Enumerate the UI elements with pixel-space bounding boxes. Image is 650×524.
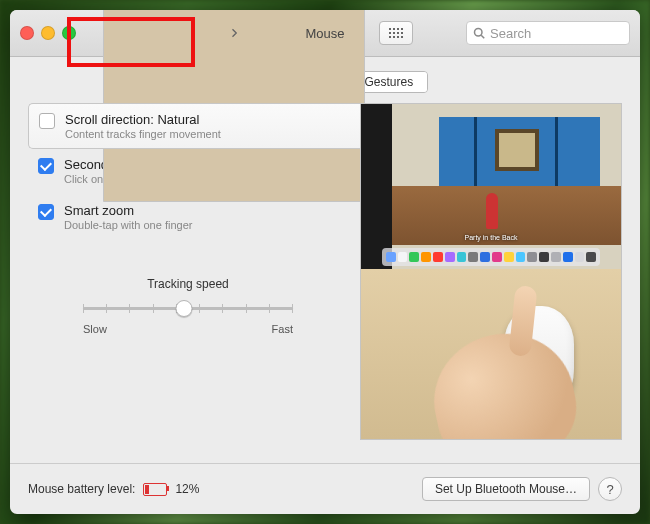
slider-min-label: Slow [83,323,107,335]
option-title: Scroll direction: Natural [65,112,199,127]
show-all-button[interactable] [379,21,413,45]
close-window-button[interactable] [20,26,34,40]
option-smart-zoom[interactable]: Smart zoom Double-tap with one finger [28,195,348,239]
tracking-speed-group: Tracking speed Slow Fast [28,277,348,335]
chevron-right-icon [228,27,240,39]
checkbox-smart-zoom[interactable] [38,204,54,220]
slider-knob[interactable] [175,300,192,317]
search-icon [473,27,485,39]
svg-point-0 [475,29,483,37]
slider-max-label: Fast [272,323,293,335]
battery-label: Mouse battery level: [28,482,135,496]
grid-icon [389,28,403,38]
preview-hand-area [361,269,621,439]
preview-desktop: Party in the Back [361,104,621,269]
help-button[interactable]: ? [598,477,622,501]
setup-bluetooth-mouse-button[interactable]: Set Up Bluetooth Mouse… [422,477,590,501]
battery-icon [143,483,167,496]
preview-caption: Party in the Back [361,234,621,241]
battery-percent: 12% [175,482,199,496]
search-field[interactable]: Search [466,21,630,45]
option-sub: Content tracks finger movement [65,128,221,140]
tracking-speed-slider[interactable] [83,295,293,323]
tracking-speed-label: Tracking speed [28,277,348,291]
option-scroll-direction[interactable]: Scroll direction: Natural Content tracks… [28,103,366,149]
svg-line-1 [481,35,484,38]
gesture-preview-pane: Party in the Back [360,103,622,440]
preferences-window: Mouse Search Point & Click More Gestures… [10,10,640,514]
preview-dock [382,248,600,266]
minimize-window-button[interactable] [41,26,55,40]
window-controls [20,26,76,40]
checkbox-secondary-click[interactable] [38,158,54,174]
option-sub: Double-tap with one finger [64,219,192,231]
titlebar: Mouse Search [10,10,640,57]
option-title: Smart zoom [64,203,134,218]
footer: Mouse battery level: 12% Set Up Bluetoot… [10,463,640,514]
zoom-window-button[interactable] [62,26,76,40]
search-placeholder: Search [490,26,531,41]
checkbox-scroll-direction[interactable] [39,113,55,129]
